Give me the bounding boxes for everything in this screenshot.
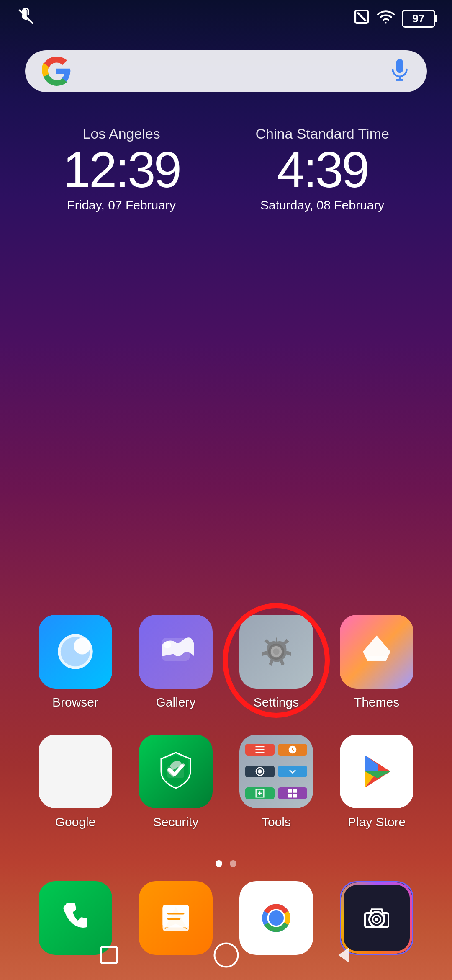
clock-widget: Los Angeles 12:39 Friday, 07 February Ch… <box>0 92 452 221</box>
settings-icon <box>239 615 313 689</box>
app-security[interactable]: Security <box>134 735 218 829</box>
google-icon <box>39 735 112 808</box>
svg-rect-15 <box>256 746 265 747</box>
time-la: 12:39 <box>63 144 180 195</box>
city-china: China Standard Time <box>256 126 389 142</box>
playstore-icon <box>340 735 413 808</box>
svg-point-37 <box>269 910 284 926</box>
svg-rect-24 <box>293 794 297 797</box>
svg-rect-31 <box>163 905 189 928</box>
svg-rect-17 <box>256 752 265 753</box>
svg-point-44 <box>214 943 238 967</box>
app-playstore[interactable]: Play Store <box>335 735 419 829</box>
tool-1 <box>245 744 275 756</box>
page-dot-1 <box>216 860 222 867</box>
nav-home[interactable] <box>211 940 241 970</box>
svg-point-7 <box>74 638 91 655</box>
themes-icon <box>340 615 413 689</box>
app-settings[interactable]: Settings <box>234 615 318 709</box>
clock-china: China Standard Time 4:39 Saturday, 08 Fe… <box>256 126 389 212</box>
playstore-label: Play Store <box>348 815 406 829</box>
battery-level: 97 <box>413 12 425 25</box>
svg-point-41 <box>375 918 378 921</box>
tool-4 <box>278 766 307 777</box>
tool-3 <box>245 766 275 777</box>
app-gallery[interactable]: Gallery <box>134 615 218 709</box>
mic-icon[interactable] <box>389 57 410 86</box>
tool-6 <box>278 787 307 799</box>
tools-label: Tools <box>262 815 291 829</box>
svg-marker-45 <box>338 948 349 962</box>
nav-recent-apps[interactable] <box>94 940 123 970</box>
nav-back[interactable] <box>329 940 358 970</box>
page-dot-2 <box>230 860 236 867</box>
svg-rect-16 <box>256 749 265 750</box>
app-row-1: Browser Gallery <box>25 615 427 709</box>
app-tools[interactable]: Tools <box>234 735 318 829</box>
status-right-icons: 97 <box>353 8 435 29</box>
svg-marker-28 <box>365 756 378 772</box>
date-china: Saturday, 08 February <box>256 198 389 212</box>
browser-icon <box>39 615 112 689</box>
google-label: Google <box>55 815 96 829</box>
nav-bar <box>0 930 452 980</box>
svg-rect-22 <box>293 789 297 793</box>
security-icon <box>139 735 213 808</box>
sim-icon <box>353 8 370 28</box>
settings-label: Settings <box>254 695 299 709</box>
svg-line-1 <box>357 13 366 21</box>
wifi-icon <box>377 8 395 29</box>
gallery-icon <box>139 615 213 689</box>
themes-label: Themes <box>354 695 399 709</box>
app-google[interactable]: Google <box>33 735 117 829</box>
app-grid: Browser Gallery <box>0 615 452 854</box>
svg-point-19 <box>258 769 262 773</box>
tool-2 <box>278 744 307 756</box>
battery-indicator: 97 <box>402 10 435 28</box>
svg-rect-2 <box>396 59 403 73</box>
time-china: 4:39 <box>256 144 389 195</box>
city-la: Los Angeles <box>63 126 180 142</box>
svg-rect-43 <box>101 947 117 963</box>
svg-point-42 <box>383 914 385 917</box>
app-row-2: Google Security <box>25 735 427 829</box>
gallery-label: Gallery <box>156 695 195 709</box>
clock-los-angeles: Los Angeles 12:39 Friday, 07 February <box>63 126 180 212</box>
app-themes[interactable]: Themes <box>335 615 419 709</box>
date-la: Friday, 07 February <box>63 198 180 212</box>
search-bar-container <box>0 34 452 92</box>
mute-icon <box>17 8 35 30</box>
status-bar: 97 <box>0 0 452 34</box>
page-indicators <box>0 860 452 867</box>
svg-point-9 <box>164 641 171 649</box>
tools-icon <box>239 735 313 808</box>
svg-point-12 <box>273 648 279 655</box>
tool-5 <box>245 787 275 799</box>
svg-rect-21 <box>288 789 292 793</box>
svg-rect-13 <box>367 656 387 660</box>
google-logo-icon <box>42 57 71 86</box>
svg-rect-23 <box>288 794 292 797</box>
security-label: Security <box>153 815 198 829</box>
app-browser[interactable]: Browser <box>33 615 117 709</box>
browser-label: Browser <box>52 695 98 709</box>
google-search-bar[interactable] <box>25 50 427 92</box>
